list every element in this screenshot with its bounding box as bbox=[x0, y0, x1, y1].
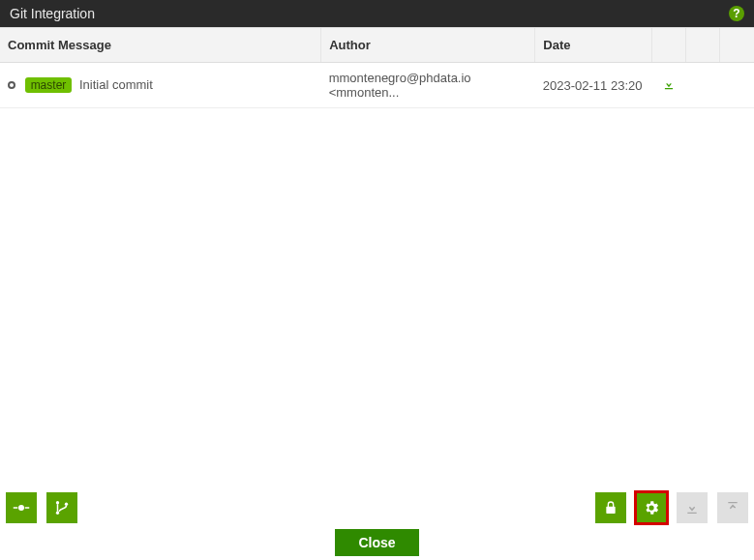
table-header-row: Commit Message Author Date bbox=[0, 28, 754, 63]
toolbar-left-group bbox=[6, 492, 77, 523]
lock-button[interactable] bbox=[595, 492, 626, 523]
commit-graph-dot-icon bbox=[8, 81, 15, 89]
upload-icon bbox=[725, 500, 740, 516]
col-header-date[interactable]: Date bbox=[535, 28, 652, 63]
cell-author: mmontenegro@phdata.io <mmonten... bbox=[321, 63, 535, 108]
toolbar-right-group bbox=[595, 492, 748, 523]
download-icon bbox=[684, 500, 700, 516]
branch-button[interactable] bbox=[46, 492, 77, 523]
pull-button bbox=[677, 492, 708, 523]
help-icon[interactable]: ? bbox=[729, 6, 744, 21]
branch-icon bbox=[53, 499, 71, 516]
settings-button[interactable] bbox=[636, 492, 667, 523]
commits-table: Commit Message Author Date master Initia… bbox=[0, 27, 754, 108]
cell-date: 2023-02-11 23:20 bbox=[535, 63, 652, 108]
lock-icon bbox=[603, 500, 618, 516]
titlebar: Git Integration ? bbox=[0, 0, 754, 27]
close-button[interactable]: Close bbox=[335, 529, 418, 556]
table-row[interactable]: master Initial commit mmontenegro@phdata… bbox=[0, 63, 754, 108]
svg-point-4 bbox=[56, 512, 59, 515]
commit-message-text: Initial commit bbox=[79, 77, 153, 92]
col-header-action-2 bbox=[686, 28, 720, 63]
branch-badge: master bbox=[25, 77, 73, 93]
svg-point-0 bbox=[18, 505, 24, 511]
col-header-action-1 bbox=[651, 28, 685, 63]
close-bar: Close bbox=[0, 529, 754, 556]
col-header-author[interactable]: Author bbox=[321, 28, 535, 63]
svg-rect-2 bbox=[25, 507, 30, 509]
window-title: Git Integration bbox=[10, 6, 95, 21]
col-header-commit-message[interactable]: Commit Message bbox=[0, 28, 321, 63]
commit-button[interactable] bbox=[6, 492, 37, 523]
svg-point-5 bbox=[65, 503, 68, 506]
push-button bbox=[717, 492, 748, 523]
col-header-action-3 bbox=[720, 28, 754, 63]
svg-rect-1 bbox=[14, 507, 18, 509]
gear-icon bbox=[643, 499, 660, 516]
cell-commit-message: master Initial commit bbox=[0, 63, 321, 108]
commit-icon bbox=[13, 499, 30, 516]
svg-point-3 bbox=[56, 501, 59, 504]
download-icon[interactable] bbox=[662, 77, 676, 91]
footer-toolbar bbox=[0, 492, 754, 523]
